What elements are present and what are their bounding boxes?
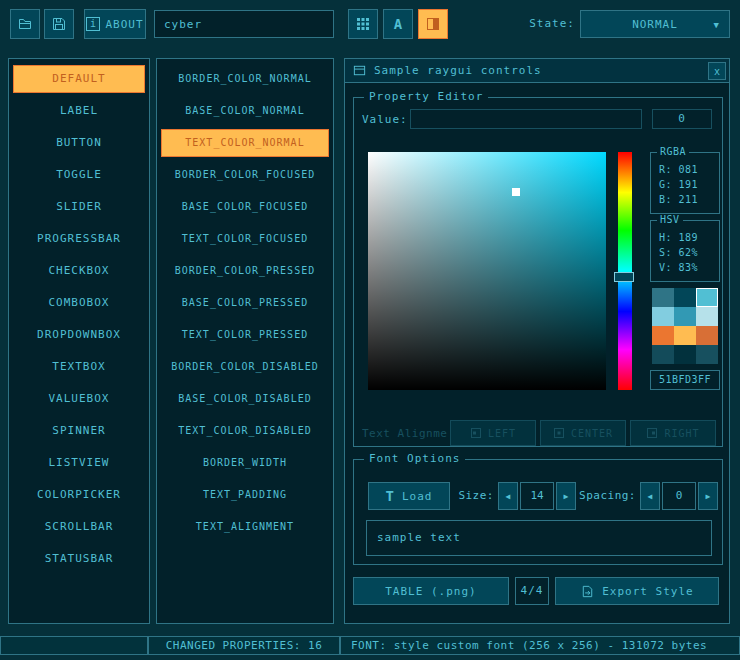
color-swatch[interactable]	[652, 288, 674, 307]
property-item-text-color-focused[interactable]: TEXT_COLOR_FOCUSED	[161, 225, 329, 253]
spacing-label: Spacing:	[576, 489, 636, 502]
page-indicator[interactable]: 4/4	[515, 577, 549, 605]
property-item-border-color-disabled[interactable]: BORDER_COLOR_DISABLED	[161, 353, 329, 381]
control-item-dropdownbox[interactable]: DROPDOWNBOX	[13, 321, 145, 349]
font-size-value[interactable]: 14	[520, 482, 554, 510]
sample-text-input[interactable]: sample text	[366, 520, 712, 556]
style-colors-button[interactable]	[418, 9, 448, 39]
color-swatch[interactable]	[696, 345, 718, 364]
font-settings-button[interactable]: A	[383, 9, 413, 39]
property-item-border-width[interactable]: BORDER_WIDTH	[161, 449, 329, 477]
export-style-button[interactable]: Export Style	[555, 577, 719, 605]
control-item-textbox[interactable]: TEXTBOX	[13, 353, 145, 381]
sample-controls-window: Sample raygui controls x Property Editor…	[344, 58, 730, 624]
control-item-progressbar[interactable]: PROGRESSBAR	[13, 225, 145, 253]
hue-slider[interactable]	[618, 152, 632, 390]
control-item-slider[interactable]: SLIDER	[13, 193, 145, 221]
hsv-group-label: HSV	[657, 214, 683, 225]
value-label: Value:	[362, 113, 408, 126]
align-right-label: RIGHT	[664, 428, 699, 439]
control-item-label[interactable]: LABEL	[13, 97, 145, 125]
controls-list: DEFAULTLABELBUTTONTOGGLESLIDERPROGRESSBA…	[8, 58, 150, 624]
property-item-border-color-normal[interactable]: BORDER_COLOR_NORMAL	[161, 65, 329, 93]
spacing-decrease-button[interactable]: ◀	[640, 482, 660, 510]
property-item-text-alignment[interactable]: TEXT_ALIGNMENT	[161, 513, 329, 541]
load-style-button[interactable]	[10, 9, 40, 39]
control-item-checkbox[interactable]: CHECKBOX	[13, 257, 145, 285]
color-swatch[interactable]	[652, 326, 674, 345]
font-a-icon: A	[394, 16, 402, 32]
window-titlebar[interactable]: Sample raygui controls x	[345, 59, 729, 83]
color-swatch[interactable]	[652, 345, 674, 364]
color-swatch[interactable]	[674, 326, 696, 345]
color-swatch[interactable]	[674, 345, 696, 364]
file-export-icon	[580, 584, 595, 599]
color-swatch[interactable]	[696, 326, 718, 345]
control-item-combobox[interactable]: COMBOBOX	[13, 289, 145, 317]
rgba-b-value: B: 211	[659, 192, 719, 207]
saturation-value-panel[interactable]	[368, 152, 606, 390]
control-item-button[interactable]: BUTTON	[13, 129, 145, 157]
property-item-text-padding[interactable]: TEXT_PADDING	[161, 481, 329, 509]
property-item-base-color-disabled[interactable]: BASE_COLOR_DISABLED	[161, 385, 329, 413]
align-center-label: CENTER	[571, 428, 613, 439]
size-decrease-button[interactable]: ◀	[498, 482, 518, 510]
about-button[interactable]: i ABOUT	[84, 9, 146, 39]
state-dropdown[interactable]: NORMAL ▼	[580, 10, 730, 38]
save-style-button[interactable]	[44, 9, 74, 39]
align-center-button[interactable]: CENTER	[540, 420, 626, 446]
property-item-border-color-pressed[interactable]: BORDER_COLOR_PRESSED	[161, 257, 329, 285]
align-left-label: LEFT	[488, 428, 516, 439]
value-number-box[interactable]: 0	[652, 109, 712, 129]
export-format-button[interactable]: TABLE (.png)	[353, 577, 509, 605]
hex-color-input[interactable]: 51BFD3FF	[650, 370, 720, 390]
value-input[interactable]	[410, 109, 642, 129]
property-item-text-color-pressed[interactable]: TEXT_COLOR_PRESSED	[161, 321, 329, 349]
hsv-s-value: S: 62%	[659, 245, 719, 260]
property-item-base-color-pressed[interactable]: BASE_COLOR_PRESSED	[161, 289, 329, 317]
control-item-colorpicker[interactable]: COLORPICKER	[13, 481, 145, 509]
control-item-scrollbar[interactable]: SCROLLBAR	[13, 513, 145, 541]
font-size-spinner: ◀ 14 ▶	[498, 482, 576, 510]
color-swatch[interactable]	[696, 307, 718, 326]
status-segment-left	[0, 636, 148, 655]
control-item-default[interactable]: DEFAULT	[13, 65, 145, 93]
rguistyler-app: i ABOUT A State: NORMAL ▼ DEFAULTLABELBU…	[0, 0, 740, 660]
align-right-button[interactable]: RIGHT	[630, 420, 716, 446]
color-panel-icon	[425, 16, 441, 32]
text-alignment-label: Text Alignment:	[362, 427, 448, 440]
property-item-base-color-normal[interactable]: BASE_COLOR_NORMAL	[161, 97, 329, 125]
color-swatch[interactable]	[674, 307, 696, 326]
color-swatch[interactable]	[696, 288, 718, 307]
align-right-icon	[646, 427, 658, 439]
align-left-button[interactable]: LEFT	[450, 420, 536, 446]
close-button[interactable]: x	[708, 62, 726, 80]
control-item-statusbar[interactable]: STATUSBAR	[13, 545, 145, 573]
color-swatch[interactable]	[652, 307, 674, 326]
property-item-text-color-disabled[interactable]: TEXT_COLOR_DISABLED	[161, 417, 329, 445]
property-editor-group: Property Editor Value: 0 RGBA R: 081 G: …	[353, 97, 723, 447]
color-picker-cursor[interactable]	[512, 188, 520, 196]
control-item-toggle[interactable]: TOGGLE	[13, 161, 145, 189]
style-color-palette	[652, 288, 718, 364]
rgba-group-label: RGBA	[657, 146, 689, 157]
load-font-button[interactable]: T Load	[368, 482, 450, 510]
hsv-group: HSV H: 189 S: 62% V: 83%	[650, 220, 720, 282]
property-item-base-color-focused[interactable]: BASE_COLOR_FOCUSED	[161, 193, 329, 221]
font-spacing-value[interactable]: 0	[662, 482, 696, 510]
window-title: Sample raygui controls	[374, 64, 542, 77]
size-label: Size:	[450, 489, 494, 502]
spacing-increase-button[interactable]: ▶	[698, 482, 718, 510]
hue-slider-handle[interactable]	[614, 272, 634, 282]
size-increase-button[interactable]: ▶	[556, 482, 576, 510]
control-item-listview[interactable]: LISTVIEW	[13, 449, 145, 477]
property-item-text-color-normal[interactable]: TEXT_COLOR_NORMAL	[161, 129, 329, 157]
color-swatch[interactable]	[674, 288, 696, 307]
properties-list: BORDER_COLOR_NORMALBASE_COLOR_NORMALTEXT…	[156, 58, 334, 624]
property-item-border-color-focused[interactable]: BORDER_COLOR_FOCUSED	[161, 161, 329, 189]
control-item-valuebox[interactable]: VALUEBOX	[13, 385, 145, 413]
style-name-input[interactable]	[154, 10, 334, 38]
controls-table-button[interactable]	[348, 9, 378, 39]
control-item-spinner[interactable]: SPINNER	[13, 417, 145, 445]
chevron-down-icon: ▼	[714, 20, 720, 30]
